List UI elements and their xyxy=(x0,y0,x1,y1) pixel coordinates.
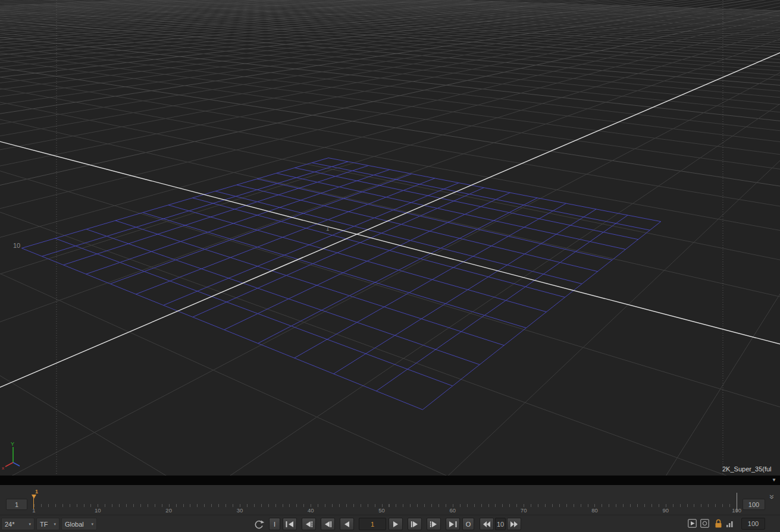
playhead-line xyxy=(33,496,34,509)
range-end-marker xyxy=(737,493,737,512)
jump-to-end-button[interactable] xyxy=(446,518,460,530)
frame-tick-label: 60 xyxy=(450,507,456,514)
performance-stats-icon[interactable] xyxy=(726,519,735,528)
frame-tick-label: 50 xyxy=(378,507,385,514)
tf-combo[interactable]: TF ▾ xyxy=(36,518,59,530)
camera-resolution-label: 2K_Super_35(ful xyxy=(722,465,772,473)
jump-back-increment-button[interactable] xyxy=(480,518,494,530)
frame-tick-label: 20 xyxy=(165,507,172,514)
current-frame-input[interactable]: 1 xyxy=(359,518,386,530)
playbar-timeline: 1 1102030405060708090100 1 100 » xyxy=(0,485,780,515)
playhead-frame-label: 1 xyxy=(35,489,38,495)
chevron-down-icon: ▾ xyxy=(29,522,31,527)
frame-tick-label: 10 xyxy=(95,507,101,514)
gizmo-y-label: Y xyxy=(11,441,14,447)
axis-orientation-gizmo: Y x xyxy=(1,439,29,471)
lock-icon[interactable] xyxy=(715,518,722,528)
play-reverse-button[interactable] xyxy=(340,518,354,530)
global-range-end-input[interactable]: 100 xyxy=(741,518,765,530)
playhead-marker-icon xyxy=(32,495,36,499)
stowbar[interactable]: ▼ xyxy=(0,476,780,485)
step-back-frame-button[interactable] xyxy=(321,518,335,530)
jump-to-start-button[interactable] xyxy=(283,518,297,530)
gizmo-x-label: x xyxy=(2,465,4,471)
scope-value: Global xyxy=(65,521,84,528)
frame-tick-label: 40 xyxy=(308,507,314,514)
perspective-grid xyxy=(0,0,780,476)
stowbar-collapse-icon[interactable]: ▼ xyxy=(772,478,776,483)
range-end-input[interactable]: 100 xyxy=(743,499,765,510)
previous-keyframe-button[interactable] xyxy=(302,518,316,530)
fps-value: 24* xyxy=(5,521,15,528)
fps-combo[interactable]: 24* ▾ xyxy=(1,518,35,530)
tf-value: TF xyxy=(40,521,48,528)
play-button[interactable] xyxy=(389,518,403,530)
integer-frames-button[interactable]: I xyxy=(269,518,280,530)
frame-increment-input[interactable]: 10 xyxy=(495,518,506,530)
loop-mode-icon[interactable] xyxy=(252,519,265,529)
range-start-input[interactable]: 1 xyxy=(6,499,27,510)
chevron-down-icon: ▾ xyxy=(54,522,56,527)
stop-button[interactable]: O xyxy=(462,518,474,530)
playbar-options-icon[interactable]: » xyxy=(768,495,776,499)
scene-viewport[interactable]: 10 1 Y x 2K_Super_35(ful xyxy=(0,0,780,476)
chevron-down-icon: ▾ xyxy=(91,522,93,527)
frame-tick-label: 70 xyxy=(521,507,527,514)
jump-forward-increment-button[interactable] xyxy=(507,518,521,530)
next-keyframe-button[interactable] xyxy=(427,518,441,530)
frame-tick-label: 30 xyxy=(237,507,243,514)
frame-tick-label: 90 xyxy=(662,507,669,514)
play-marker-toggle-icon[interactable] xyxy=(688,519,697,528)
record-marker-toggle-icon[interactable] xyxy=(700,519,709,528)
houdini-window: 10 1 Y x 2K_Super_35(ful ▼ 1 11020304050… xyxy=(0,0,780,532)
playbar-toolbar: 24* ▾ TF ▾ Global ▾ I xyxy=(0,515,780,532)
scope-combo[interactable]: Global ▾ xyxy=(61,518,97,530)
frame-tick-label: 80 xyxy=(591,507,598,514)
timeline-ticks[interactable] xyxy=(34,504,737,507)
step-forward-frame-button[interactable] xyxy=(408,518,422,530)
